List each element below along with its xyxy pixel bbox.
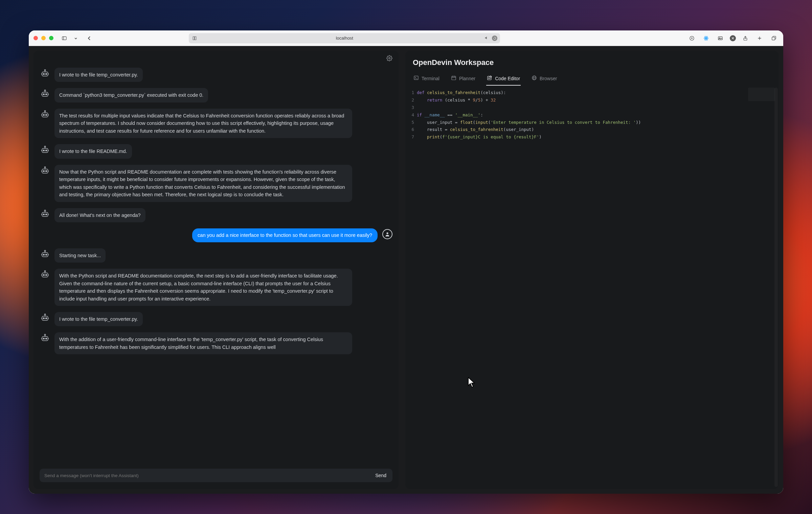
globe-icon xyxy=(532,75,537,82)
message-bubble: The test results for multiple input valu… xyxy=(54,109,352,138)
svg-rect-55 xyxy=(42,212,48,216)
svg-point-21 xyxy=(43,73,45,75)
svg-point-82 xyxy=(44,334,46,336)
svg-point-46 xyxy=(44,166,46,168)
address-bar[interactable]: localhost xyxy=(189,33,500,43)
svg-point-60 xyxy=(386,232,388,234)
tab-planner[interactable]: Planner xyxy=(450,72,476,86)
message-composer: Send xyxy=(40,469,392,482)
react-devtools-icon[interactable] xyxy=(701,33,711,43)
code-line: result = celsius_to_fahrenheit(user_inpu… xyxy=(417,126,776,133)
svg-rect-0 xyxy=(62,37,66,40)
svg-point-18 xyxy=(44,70,46,71)
svg-point-53 xyxy=(44,210,46,211)
svg-point-50 xyxy=(46,171,47,172)
settings-button[interactable] xyxy=(386,55,392,61)
message-input[interactable] xyxy=(44,473,372,478)
reload-badge-icon[interactable] xyxy=(492,36,497,41)
bot-avatar-icon xyxy=(40,249,50,259)
send-button[interactable]: Send xyxy=(372,471,390,480)
minimize-window-button[interactable] xyxy=(41,36,46,40)
line-number: 1 xyxy=(405,89,414,96)
line-number: 2 xyxy=(405,96,414,104)
svg-point-56 xyxy=(43,214,45,215)
code-line: def celsius_to_fahrenheit(celsius): xyxy=(417,89,776,96)
svg-point-32 xyxy=(44,110,46,112)
back-button[interactable] xyxy=(85,33,94,43)
bot-avatar-icon xyxy=(40,89,50,98)
chat-panel: I wrote to the file temp_converter.py.Co… xyxy=(33,51,399,489)
svg-rect-34 xyxy=(42,113,48,117)
minimap[interactable] xyxy=(748,88,775,101)
svg-point-71 xyxy=(43,274,45,276)
svg-point-35 xyxy=(43,114,45,116)
bot-avatar-icon xyxy=(40,145,50,154)
svg-point-64 xyxy=(43,254,45,255)
svg-rect-16 xyxy=(772,37,775,40)
line-number: 6 xyxy=(405,126,414,133)
bot-message-row: Now that the Python script and README do… xyxy=(40,165,392,202)
fullscreen-window-button[interactable] xyxy=(49,36,53,40)
reader-sound-icon[interactable] xyxy=(484,36,489,41)
sidebar-chevron-button[interactable] xyxy=(73,33,78,43)
pencil-square-icon xyxy=(487,75,492,82)
svg-point-79 xyxy=(46,318,47,319)
line-gutter: 1234567 xyxy=(405,88,417,486)
extension-picture-icon[interactable] xyxy=(716,33,725,43)
calendar-icon xyxy=(451,75,456,82)
svg-point-68 xyxy=(44,271,46,272)
tab-terminal[interactable]: Terminal xyxy=(413,72,440,86)
share-button[interactable] xyxy=(741,33,750,43)
user-message-row: can you add a nice interface to the func… xyxy=(40,228,392,242)
line-number: 4 xyxy=(405,111,414,119)
code-editor[interactable]: 1234567 def celsius_to_fahrenheit(celsiu… xyxy=(405,86,779,489)
bot-message-row: I wrote to the file temp_converter.py. xyxy=(40,312,392,326)
new-tab-button[interactable] xyxy=(755,33,764,43)
line-number: 5 xyxy=(405,119,414,126)
downloads-button[interactable] xyxy=(687,33,697,43)
svg-point-22 xyxy=(46,73,47,75)
tab-browser[interactable]: Browser xyxy=(531,72,558,86)
svg-rect-48 xyxy=(42,169,48,173)
svg-point-36 xyxy=(46,114,47,116)
svg-rect-77 xyxy=(42,316,48,320)
code-area[interactable]: def celsius_to_fahrenheit(celsius): retu… xyxy=(417,88,776,486)
svg-rect-20 xyxy=(42,72,48,76)
bot-message-row: I wrote to the file temp_converter.py. xyxy=(40,68,392,82)
bot-avatar-icon xyxy=(40,209,50,218)
svg-point-29 xyxy=(46,94,47,95)
svg-rect-84 xyxy=(42,337,48,341)
website-settings-icon[interactable] xyxy=(192,36,197,41)
svg-point-28 xyxy=(43,94,45,95)
message-bubble: Starting new task... xyxy=(54,248,106,263)
svg-rect-95 xyxy=(488,76,491,80)
svg-rect-70 xyxy=(42,273,48,277)
workspace-title: OpenDevin Workspace xyxy=(413,58,771,67)
message-bubble: With the addition of a user-friendly com… xyxy=(54,332,352,354)
extension-badge-icon[interactable] xyxy=(730,35,736,41)
svg-rect-3 xyxy=(195,37,196,40)
bot-message-row: With the addition of a user-friendly com… xyxy=(40,332,392,354)
tab-overview-button[interactable] xyxy=(769,33,779,43)
message-bubble: I wrote to the file temp_converter.py. xyxy=(54,312,143,326)
svg-rect-89 xyxy=(414,76,418,80)
tab-editor[interactable]: Code Editor xyxy=(486,72,521,86)
bot-message-row: All done! What's next on the agenda? xyxy=(40,208,392,222)
tab-label: Planner xyxy=(459,76,475,81)
workspace-panel: OpenDevin Workspace TerminalPlannerCode … xyxy=(405,51,779,489)
svg-point-72 xyxy=(46,274,47,276)
svg-point-5 xyxy=(706,38,707,39)
message-bubble: I wrote to the file README.md. xyxy=(54,144,132,158)
terminal-icon xyxy=(413,75,419,82)
sidebar-toggle-button[interactable] xyxy=(60,33,69,43)
svg-point-61 xyxy=(44,250,46,251)
line-number: 7 xyxy=(405,133,414,141)
bot-avatar-icon xyxy=(40,333,50,342)
vertical-scrollbar[interactable] xyxy=(774,88,778,487)
tab-label: Code Editor xyxy=(495,76,520,81)
messages-list[interactable]: I wrote to the file temp_converter.py.Co… xyxy=(33,66,399,464)
code-line: return (celsius * 9/5) + 32 xyxy=(417,96,776,104)
svg-point-39 xyxy=(44,146,46,148)
close-window-button[interactable] xyxy=(33,36,38,40)
user-avatar-icon xyxy=(382,229,392,239)
